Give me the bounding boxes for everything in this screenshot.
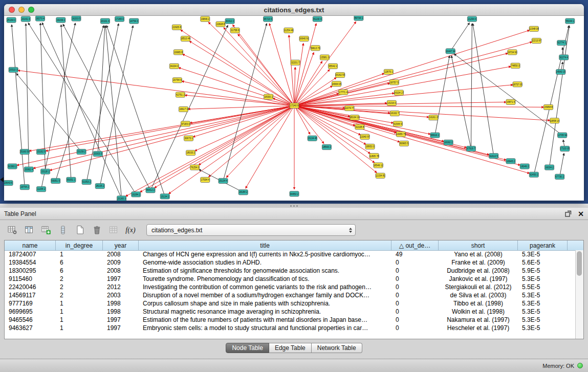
cell-name[interactable]: 18724007 bbox=[5, 250, 56, 258]
graph-node[interactable]: 10858 14 bbox=[550, 118, 560, 123]
column-header-pagerank[interactable]: pagerank bbox=[518, 240, 568, 250]
graph-node[interactable]: 19754 2 bbox=[20, 185, 29, 190]
cell-in-degree[interactable]: 1 bbox=[56, 308, 103, 316]
cell-year[interactable]: 1997 bbox=[103, 275, 139, 283]
cell-pagerank[interactable]: 5.3E-5 bbox=[518, 324, 568, 332]
graph-node[interactable]: 30312 2 bbox=[225, 18, 234, 24]
graph-node[interactable]: 12875 1 bbox=[384, 69, 393, 74]
graph-node[interactable]: 15118 2 bbox=[41, 169, 50, 174]
cell-out-de[interactable]: 0 bbox=[391, 267, 439, 275]
panel-collapse-arrow[interactable] bbox=[0, 177, 4, 182]
graph-node[interactable]: 91610 5 bbox=[489, 154, 498, 159]
graph-node[interactable]: 14964 05 bbox=[332, 81, 342, 86]
cell-year[interactable]: 2012 bbox=[103, 283, 139, 291]
graph-node[interactable]: 19209 2 bbox=[56, 17, 66, 23]
graph-node[interactable]: 95542 2 bbox=[328, 63, 337, 69]
cell-in-degree[interactable]: 6 bbox=[56, 258, 103, 267]
graph-node[interactable]: 16203 5 bbox=[72, 16, 81, 21]
graph-node[interactable]: 20062 4 bbox=[24, 167, 33, 172]
graph-node[interactable]: 95051 1 bbox=[67, 177, 76, 182]
graph-node[interactable]: 74850 3 bbox=[511, 63, 520, 68]
cell-pagerank[interactable]: 5.9E-5 bbox=[518, 267, 568, 275]
network-table-select[interactable]: citations_edges.txt bbox=[146, 224, 356, 236]
cell-title[interactable]: Embryonic stem cells: a model to study s… bbox=[139, 324, 391, 332]
cell-pagerank[interactable]: 5.6E-5 bbox=[518, 258, 568, 267]
graph-node[interactable]: 19734 93 bbox=[507, 50, 517, 55]
cell-in-degree[interactable]: 1 bbox=[56, 324, 103, 332]
graph-node[interactable]: 67919 7 bbox=[466, 146, 475, 151]
cell-title[interactable]: Tourette syndrome. Phenomenology and cla… bbox=[139, 275, 391, 283]
table-row[interactable]: 977716911998Corpus callosum shape and si… bbox=[5, 299, 576, 308]
graph-node[interactable]: 97183 0 bbox=[181, 121, 190, 126]
graph-node[interactable]: 12154 81 bbox=[376, 173, 386, 178]
graph-node[interactable]: 18033 2 bbox=[186, 150, 195, 156]
graph-node[interactable]: 15958 8 bbox=[543, 104, 553, 110]
cell-pagerank[interactable]: 5.3E-5 bbox=[518, 308, 568, 316]
graph-node[interactable]: 11154 2 bbox=[36, 187, 46, 192]
cell-out-de[interactable]: 0 bbox=[391, 291, 439, 299]
graph-node[interactable]: 12213 97 bbox=[532, 38, 542, 43]
cell-out-de[interactable]: 0 bbox=[391, 275, 439, 283]
graph-node[interactable]: 15134 2 bbox=[160, 194, 169, 199]
graph-node[interactable]: 16034 2 bbox=[545, 165, 554, 170]
cell-out-de[interactable]: 0 bbox=[391, 283, 439, 291]
table-row[interactable]: 1456911722003Disruption of a novel membe… bbox=[5, 291, 576, 299]
cell-name[interactable]: 18300295 bbox=[5, 267, 56, 275]
graph-node[interactable]: 31758 8 bbox=[230, 28, 239, 33]
graph-node[interactable]: 55044 1 bbox=[565, 18, 575, 24]
graph-node[interactable]: 88916 2 bbox=[430, 133, 440, 138]
graph-node[interactable]: 32201 7 bbox=[291, 60, 300, 65]
column-header-out-de[interactable]: △ out_de… bbox=[391, 240, 439, 250]
graph-node[interactable]: 20161 4 bbox=[21, 16, 30, 21]
graph-node[interactable]: 25160 50 bbox=[20, 149, 30, 155]
table-edit-icon[interactable] bbox=[40, 225, 52, 236]
graph-node[interactable]: 18105 2 bbox=[95, 184, 104, 189]
graph-node[interactable]: 81130 4 bbox=[313, 16, 322, 21]
table-row[interactable]: 1830029562008Estimation of significance … bbox=[5, 267, 576, 275]
column-header-name[interactable]: name bbox=[5, 240, 56, 250]
cell-short[interactable]: Stergiakouli et al. (2012) bbox=[439, 283, 518, 291]
cell-title[interactable]: Genome-wide association studies in ADHD. bbox=[139, 258, 391, 267]
cell-name[interactable]: 19384554 bbox=[5, 258, 56, 267]
table-row[interactable]: 2242004622012Investigating the contribut… bbox=[5, 283, 576, 291]
cell-short[interactable]: de Silva et al. (2003) bbox=[439, 291, 518, 299]
graph-node[interactable]: 20510 3 bbox=[9, 67, 18, 72]
graph-node[interactable]: 11074 77 bbox=[344, 105, 354, 111]
graph-node[interactable]: 59613 70 bbox=[311, 46, 321, 51]
graph-node[interactable]: 15134 4 bbox=[219, 178, 228, 183]
cell-pagerank[interactable]: 5.3E-5 bbox=[518, 250, 568, 258]
tab-node-table[interactable]: Node Table bbox=[226, 343, 269, 353]
column-header-title[interactable]: title bbox=[139, 240, 391, 250]
tab-network-table[interactable]: Network Table bbox=[312, 343, 362, 353]
graph-node[interactable]: 18510 46 bbox=[181, 36, 191, 41]
cell-name[interactable]: 9465546 bbox=[5, 316, 56, 324]
graph-node[interactable]: 92774 1 bbox=[557, 40, 567, 46]
graph-node[interactable]: 15134 45 bbox=[308, 136, 318, 141]
cell-in-degree[interactable]: 2 bbox=[56, 291, 103, 299]
graph-node[interactable]: 20303 3 bbox=[93, 151, 102, 157]
graph-node[interactable]: 18184 2 bbox=[238, 190, 248, 195]
graph-node[interactable]: 16161 2 bbox=[429, 115, 438, 120]
graph-node[interactable]: 91544 9 bbox=[393, 121, 402, 126]
graph-node[interactable]: 76254 0 bbox=[190, 165, 200, 170]
graph-node[interactable]: 34204 0 bbox=[169, 63, 179, 69]
graph-node[interactable]: 18953 3 bbox=[365, 144, 375, 149]
cell-in-degree[interactable]: 1 bbox=[56, 316, 103, 324]
graph-node[interactable]: 80965 5 bbox=[399, 141, 408, 146]
graph-node[interactable]: 16955 75 bbox=[396, 132, 406, 137]
graph-node[interactable]: 18164 16 bbox=[350, 115, 360, 120]
table-columns-icon[interactable] bbox=[23, 225, 35, 236]
cell-year[interactable]: 1998 bbox=[103, 299, 139, 308]
graph-node[interactable]: 18757 05 bbox=[512, 82, 522, 87]
graph-node[interactable]: 94450 2 bbox=[290, 191, 299, 196]
graph-node[interactable]: 16617 3 bbox=[179, 106, 188, 112]
column-header-short[interactable]: short bbox=[439, 240, 518, 250]
cell-title[interactable]: Investigating the contribution of common… bbox=[139, 283, 391, 291]
cell-pagerank[interactable]: 5.3E-5 bbox=[518, 299, 568, 308]
graph-node[interactable]: 19284 2 bbox=[132, 192, 141, 197]
graph-node[interactable]: 32108 8 bbox=[355, 124, 364, 129]
cell-short[interactable]: Yano et al. (2008) bbox=[439, 250, 518, 258]
graph-node[interactable]: 42751 2 bbox=[176, 92, 185, 97]
graph-node[interactable]: 21294 4 bbox=[467, 16, 476, 21]
graph-node[interactable]: 20643 6 bbox=[4, 180, 13, 185]
